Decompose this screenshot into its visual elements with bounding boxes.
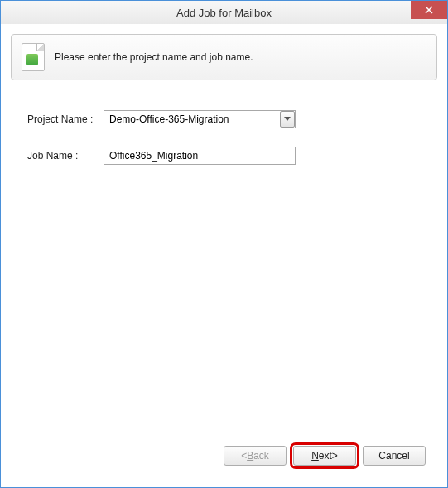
job-name-input[interactable] xyxy=(104,147,296,165)
job-name-label: Job Name : xyxy=(27,150,104,162)
content-area: Please enter the project name and job na… xyxy=(1,24,447,487)
job-name-row: Job Name : xyxy=(27,147,421,165)
instruction-panel: Please enter the project name and job na… xyxy=(11,34,437,80)
next-button[interactable]: Next > xyxy=(293,446,356,466)
spacer xyxy=(11,183,437,437)
form-area: Project Name : Job Name : xyxy=(11,80,437,183)
back-button: < Back xyxy=(224,446,287,466)
chevron-down-icon xyxy=(284,117,291,122)
close-button[interactable] xyxy=(411,1,447,19)
button-bar: < Back Next > Cancel xyxy=(11,437,437,477)
project-name-input[interactable] xyxy=(104,110,296,128)
cancel-button[interactable]: Cancel xyxy=(363,446,426,466)
project-name-row: Project Name : xyxy=(27,110,421,128)
window-title: Add Job for Mailbox xyxy=(1,7,447,19)
back-button-label: Back xyxy=(247,450,269,461)
instruction-text: Please enter the project name and job na… xyxy=(55,51,253,63)
project-name-combo[interactable] xyxy=(104,110,296,128)
document-icon xyxy=(22,43,45,71)
next-button-label: Next xyxy=(311,450,332,461)
svg-marker-2 xyxy=(284,117,291,121)
close-icon xyxy=(425,6,433,14)
titlebar: Add Job for Mailbox xyxy=(1,1,447,24)
project-name-label: Project Name : xyxy=(27,114,104,125)
dialog-window: Add Job for Mailbox Please enter the pro… xyxy=(0,0,448,488)
project-name-dropdown-button[interactable] xyxy=(280,111,295,128)
cancel-button-label: Cancel xyxy=(378,450,409,461)
